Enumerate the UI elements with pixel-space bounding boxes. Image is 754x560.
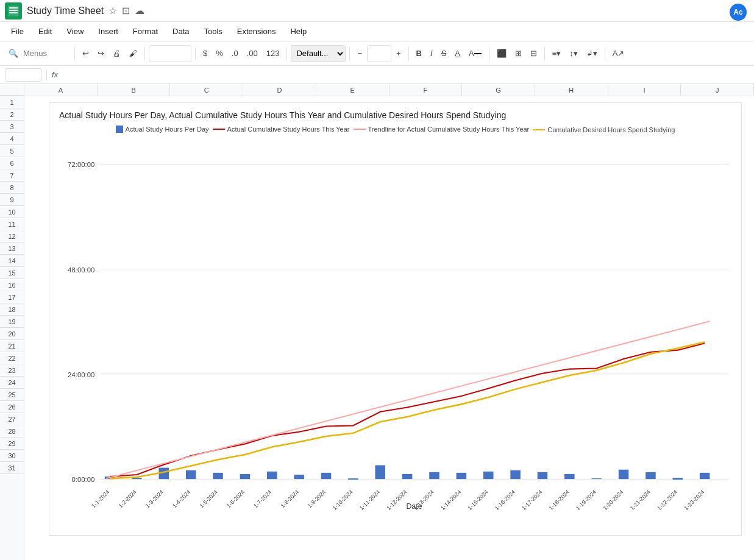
menu-extensions[interactable]: Extensions — [231, 24, 282, 38]
row-header-18[interactable]: 18 — [0, 303, 24, 316]
bold-btn[interactable]: B — [413, 45, 425, 62]
formula-bar: A1 fx — [0, 66, 754, 84]
decimal-inc-btn[interactable]: .00 — [243, 45, 261, 62]
row-header-22[interactable]: 22 — [0, 352, 24, 364]
row-header-20[interactable]: 20 — [0, 328, 24, 340]
legend-label-bar: Actual Study Hours Per Day — [126, 126, 209, 133]
row-header-21[interactable]: 21 — [0, 340, 24, 352]
menu-view[interactable]: View — [60, 24, 90, 38]
row-header-7[interactable]: 7 — [0, 169, 24, 182]
row-header-24[interactable]: 24 — [0, 377, 24, 389]
merge-cells-btn[interactable]: ⊟ — [527, 45, 541, 62]
cumulative-actual-line — [110, 343, 705, 477]
svg-text:1-15-2024: 1-15-2024 — [467, 489, 489, 511]
row-header-27[interactable]: 27 — [0, 413, 24, 425]
svg-text:1-17-2024: 1-17-2024 — [521, 489, 543, 511]
percent-btn[interactable]: % — [212, 45, 227, 62]
row-header-17[interactable]: 17 — [0, 291, 24, 303]
row-header-3[interactable]: 3 — [0, 121, 24, 133]
print-btn[interactable]: 🖨 — [109, 45, 124, 62]
menu-insert[interactable]: Insert — [92, 24, 124, 38]
col-header-J[interactable]: J — [681, 84, 754, 96]
menu-help[interactable]: Help — [284, 24, 313, 38]
underline-btn[interactable]: A — [451, 45, 464, 62]
font-size-increase-btn[interactable]: + — [393, 45, 405, 62]
row-header-28[interactable]: 28 — [0, 425, 24, 438]
legend-item-cumulative: Actual Cumulative Study Hours This Year — [213, 126, 350, 133]
zoom-input[interactable]: 100% — [149, 45, 191, 62]
folder-icon[interactable]: ⊡ — [122, 5, 130, 16]
font-size-input[interactable]: 10 — [367, 45, 391, 62]
row-header-5[interactable]: 5 — [0, 145, 24, 157]
format-123-btn[interactable]: 123 — [263, 45, 283, 62]
decimal-dec-btn[interactable]: .0 — [228, 45, 242, 62]
row-header-1[interactable]: 1 — [0, 96, 24, 108]
text-rotation-btn[interactable]: A↗ — [609, 45, 628, 62]
borders-btn[interactable]: ⊞ — [511, 45, 525, 62]
row-header-29[interactable]: 29 — [0, 438, 24, 450]
row-header-9[interactable]: 9 — [0, 194, 24, 206]
row-header-15[interactable]: 15 — [0, 267, 24, 279]
row-header-13[interactable]: 13 — [0, 243, 24, 255]
account-button[interactable]: Ac — [730, 4, 747, 21]
menu-tools[interactable]: Tools — [197, 24, 228, 38]
bar-14 — [457, 473, 467, 479]
row-header-23[interactable]: 23 — [0, 364, 24, 377]
formula-input[interactable] — [63, 68, 749, 82]
row-header-6[interactable]: 6 — [0, 157, 24, 169]
text-color-btn[interactable]: A — [465, 45, 485, 62]
col-header-C[interactable]: C — [170, 84, 243, 96]
cell-reference-input[interactable]: A1 — [5, 68, 41, 82]
legend-line-yellow — [533, 129, 545, 130]
row-header-25[interactable]: 25 — [0, 389, 24, 401]
row-header-8[interactable]: 8 — [0, 182, 24, 194]
svg-text:1-5-2024: 1-5-2024 — [199, 489, 219, 509]
cloud-icon[interactable]: ☁ — [135, 5, 144, 16]
valign-btn[interactable]: ↕▾ — [566, 45, 582, 62]
menu-file[interactable]: File — [5, 24, 30, 38]
row-header-30[interactable]: 30 — [0, 450, 24, 462]
toolbar-divider-6 — [408, 48, 409, 60]
row-header-26[interactable]: 26 — [0, 401, 24, 413]
search-input[interactable] — [18, 45, 67, 62]
row-header-2[interactable]: 2 — [0, 108, 24, 121]
currency-btn[interactable]: $ — [199, 45, 211, 62]
col-header-H[interactable]: H — [535, 84, 608, 96]
col-header-G[interactable]: G — [462, 84, 535, 96]
row-header-4[interactable]: 4 — [0, 133, 24, 145]
italic-btn[interactable]: I — [427, 45, 436, 62]
col-header-D[interactable]: D — [243, 84, 316, 96]
row-header-11[interactable]: 11 — [0, 218, 24, 230]
col-header-A[interactable]: A — [24, 84, 98, 96]
search-menus-btn[interactable]: 🔍 — [5, 45, 71, 62]
font-selector[interactable]: Default... — [291, 45, 346, 62]
row-header-31[interactable]: 31 — [0, 462, 24, 474]
col-header-I[interactable]: I — [608, 84, 681, 96]
formula-bar-divider — [46, 69, 47, 80]
strikethrough-btn[interactable]: S — [438, 45, 450, 62]
menu-data[interactable]: Data — [166, 24, 195, 38]
halign-btn[interactable]: ≡▾ — [549, 45, 565, 62]
row-header-10[interactable]: 10 — [0, 206, 24, 218]
star-icon[interactable]: ☆ — [108, 5, 117, 16]
row-header-12[interactable]: 12 — [0, 230, 24, 243]
col-header-B[interactable]: B — [98, 84, 171, 96]
row-header-19[interactable]: 19 — [0, 316, 24, 328]
row-header-14[interactable]: 14 — [0, 255, 24, 267]
font-size-decrease-btn[interactable]: − — [354, 45, 366, 62]
x-axis-label: Date — [406, 502, 422, 511]
redo-btn[interactable]: ↪ — [94, 45, 108, 62]
bar-6 — [240, 474, 251, 479]
menu-format[interactable]: Format — [127, 24, 164, 38]
paint-format-btn[interactable]: 🖌 — [126, 45, 141, 62]
cells-area[interactable]: Actual Study Hours Per Day, Actual Cumul… — [24, 96, 754, 560]
undo-btn[interactable]: ↩ — [79, 45, 93, 62]
row-header-16[interactable]: 16 — [0, 279, 24, 291]
col-header-F[interactable]: F — [389, 84, 463, 96]
wrap-btn[interactable]: ↲▾ — [583, 45, 601, 62]
fill-color-btn[interactable]: ⬛ — [493, 45, 510, 62]
col-header-E[interactable]: E — [316, 84, 389, 96]
trendline-line — [106, 321, 710, 478]
row-col-corner — [0, 84, 24, 96]
menu-edit[interactable]: Edit — [32, 24, 58, 38]
